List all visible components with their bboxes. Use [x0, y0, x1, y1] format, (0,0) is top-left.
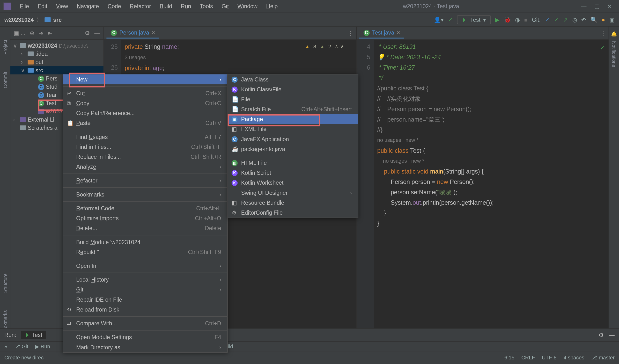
menu-item-file[interactable]: 📄File [228, 94, 358, 104]
menu-item-java-class[interactable]: CJava Class [228, 74, 358, 84]
close-tab-icon[interactable]: × [152, 29, 155, 36]
hide-icon[interactable]: — [609, 332, 615, 338]
menu-item-build-module-w20231024-[interactable]: Build Module 'w20231024' [63, 237, 227, 247]
breadcrumb[interactable]: w20231024 〉 src [4, 16, 62, 23]
menu-item-refactor[interactable]: Refactor› [63, 176, 227, 186]
menu-item-find-usages[interactable]: Find UsagesAlt+F7 [63, 132, 227, 142]
menu-git[interactable]: Git [218, 1, 232, 11]
close-tab-icon[interactable]: × [397, 29, 400, 36]
inspection-summary[interactable]: ▲3 ▲2 ∧ ∨ [305, 42, 344, 52]
gear-icon[interactable]: ⚙ [85, 30, 90, 37]
menu-item-kotlin-class-file[interactable]: KKotlin Class/File [228, 84, 358, 94]
menu-item-find-in-files-[interactable]: Find in Files...Ctrl+Shift+F [63, 142, 227, 152]
project-tool-tab[interactable]: Project [2, 40, 8, 55]
menu-item-scratch-file[interactable]: 📄Scratch FileCtrl+Alt+Shift+Insert [228, 104, 358, 114]
run-button-icon[interactable]: ▶ [495, 16, 500, 23]
menu-item-open-in[interactable]: Open In› [63, 261, 227, 271]
git-commit-icon[interactable]: ✓ [554, 16, 559, 23]
notifications-tool-tab[interactable]: Notifications [611, 41, 616, 67]
run-tool-tab[interactable]: ▶ Run [35, 343, 50, 349]
gear-icon[interactable]: ⚙ [599, 332, 604, 338]
breadcrumb-root[interactable]: w20231024 [4, 16, 34, 23]
submenu-new[interactable]: CJava ClassKKotlin Class/File📄File📄Scrat… [228, 74, 359, 218]
encoding[interactable]: UTF-8 [542, 355, 557, 361]
menu-item-git[interactable]: Git› [63, 285, 227, 295]
git-branch[interactable]: ⎇ master [591, 355, 615, 361]
ide-update-icon[interactable]: ● [602, 16, 605, 23]
commit-tool-tab[interactable]: Commit [2, 72, 8, 88]
menu-item-analyze[interactable]: Analyze› [63, 162, 227, 172]
stop-icon[interactable]: ■ [524, 16, 528, 23]
history-icon[interactable]: ◷ [572, 16, 577, 23]
breadcrumb-src[interactable]: src [53, 16, 62, 23]
menu-refactor[interactable]: Refactor [126, 1, 155, 11]
menu-help[interactable]: Help [263, 1, 281, 11]
menu-item-delete-[interactable]: Delete...Delete [63, 223, 227, 233]
code-editor-right[interactable]: ✓ 456 * User: 86191💡 * Date: 2023 -10 -2… [356, 40, 609, 334]
tab-test[interactable]: C Test.java × [359, 28, 405, 39]
tree-item-idea[interactable]: › .idea [10, 50, 103, 58]
menu-item-kotlin-script[interactable]: KKotlin Script [228, 168, 358, 178]
cursor-pos[interactable]: 6:15 [504, 355, 515, 361]
menu-file[interactable]: File [16, 1, 32, 11]
tree-root[interactable]: ∨ w20231024 D:\javacode\ [10, 42, 103, 50]
close-icon[interactable]: ✕ [607, 3, 612, 10]
menu-tools[interactable]: Tools [196, 1, 216, 11]
menu-window[interactable]: Window [234, 1, 261, 11]
search-icon[interactable]: 🔍 [591, 16, 597, 23]
git-update-icon[interactable]: ✓ [545, 16, 550, 23]
menu-navigate[interactable]: Navigate [73, 1, 102, 11]
hide-icon[interactable]: — [94, 30, 100, 37]
ide-tools-icon[interactable]: ▣ [609, 16, 614, 23]
menu-item-package-info-java[interactable]: ☕package-info.java [228, 144, 358, 154]
menu-item-javafx-application[interactable]: CJavaFX Application [228, 134, 358, 144]
menu-item-mark-directory-as[interactable]: Mark Directory as› [63, 342, 227, 352]
maximize-icon[interactable]: ▢ [594, 3, 599, 10]
menu-item-replace-in-files-[interactable]: Replace in Files...Ctrl+Shift+R [63, 152, 227, 162]
collapse-icon[interactable]: ⇤ [48, 30, 53, 37]
menu-item-cut[interactable]: ✂CutCtrl+X [63, 88, 227, 98]
run-config-selector[interactable]: ⏵ Test ▾ [457, 15, 491, 24]
menu-item-copy[interactable]: ⧉CopyCtrl+C [63, 98, 227, 108]
menu-item-reload-from-disk[interactable]: ↻Reload from Disk [63, 305, 227, 314]
indent[interactable]: 4 spaces [563, 355, 584, 361]
context-menu[interactable]: New›✂CutCtrl+X⧉CopyCtrl+CCopy Path/Refer… [63, 74, 228, 353]
git-push-icon[interactable]: ↗ [563, 16, 568, 23]
tab-person[interactable]: C Person.java × [106, 28, 159, 39]
menu-code[interactable]: Code [104, 1, 125, 11]
tab-more-icon[interactable]: ⋮ [600, 30, 606, 37]
menu-item-kotlin-worksheet[interactable]: KKotlin Worksheet [228, 178, 358, 188]
commit-icon[interactable]: ✓ [448, 16, 453, 23]
menu-item-bookmarks[interactable]: Bookmarks› [63, 190, 227, 199]
notifications-bell-icon[interactable]: 🔔 [611, 31, 617, 37]
menu-item-optimize-imports[interactable]: Optimize ImportsCtrl+Alt+O [63, 213, 227, 223]
tab-more-icon[interactable]: ⋮ [348, 30, 353, 37]
menu-item-open-module-settings[interactable]: Open Module SettingsF4 [63, 332, 227, 342]
coverage-icon[interactable]: ◑ [515, 16, 520, 23]
locate-icon[interactable]: ⊕ [30, 30, 35, 37]
inspection-ok-icon[interactable]: ✓ [600, 42, 605, 53]
menu-item-compare-with-[interactable]: ⇄Compare With...Ctrl+D [63, 318, 227, 328]
expand-icon[interactable]: ⇥ [39, 30, 43, 37]
minimize-icon[interactable]: — [581, 3, 586, 10]
line-ending[interactable]: CRLF [521, 355, 535, 361]
main-menu[interactable]: FileEditViewNavigateCodeRefactorBuildRun… [16, 1, 281, 11]
rollback-icon[interactable]: ↶ [581, 16, 586, 23]
menu-item-reformat-code[interactable]: Reformat CodeCtrl+Alt+L [63, 203, 227, 213]
menu-item-html-file[interactable]: ◧HTML File [228, 158, 358, 168]
run-config-badge[interactable]: ⏵ Test [22, 331, 46, 339]
user-icon[interactable]: 👤▾ [434, 16, 444, 23]
git-tool-tab[interactable]: ⎇ Git [14, 343, 28, 349]
tree-item-out[interactable]: › out [10, 58, 103, 66]
structure-tool-tab[interactable]: Structure [2, 274, 8, 293]
menu-item-swing-ui-designer[interactable]: Swing UI Designer› [228, 188, 358, 198]
menu-item-paste[interactable]: 📋PasteCtrl+V [63, 118, 227, 128]
menu-item-copy-path-reference-[interactable]: Copy Path/Reference... [63, 108, 227, 118]
menu-item-rebuild-default-[interactable]: Rebuild ''Ctrl+Shift+F9 [63, 247, 227, 257]
menu-item-repair-ide-on-file[interactable]: Repair IDE on File [63, 295, 227, 305]
menu-run[interactable]: Run [178, 1, 195, 11]
menu-item-resource-bundle[interactable]: ◧Resource Bundle [228, 198, 358, 208]
menu-view[interactable]: View [53, 1, 71, 11]
debug-button-icon[interactable]: 🐞 [504, 16, 511, 23]
menu-item-editorconfig-file[interactable]: ⚙EditorConfig File [228, 208, 358, 218]
